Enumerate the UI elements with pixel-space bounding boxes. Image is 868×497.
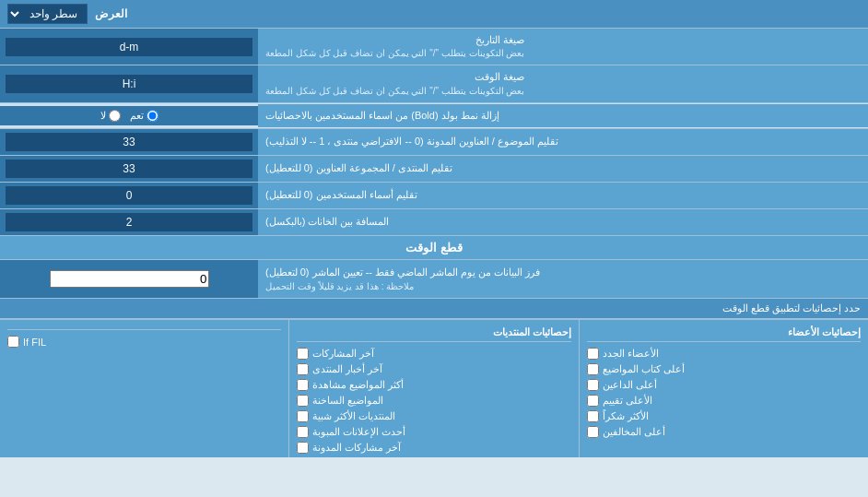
checkboxes-grid: إحصائيات الأعضاء الأعضاء الجدد أعلى كتاب…: [0, 319, 868, 457]
checkbox-item-blog-posts: آخر مشاركات المدونة: [297, 442, 570, 454]
remove-bold-no-radio[interactable]: [109, 110, 121, 122]
checkbox-item-most-viewed: أكثر المواضيع مشاهدة: [297, 379, 570, 391]
user-limit-input[interactable]: [6, 186, 252, 205]
checkbox-top-callers[interactable]: [587, 379, 599, 391]
checkbox-latest-classifieds[interactable]: [297, 426, 309, 438]
time-format-label: صيغة الوقت بعض التكوينات يتطلب "/" التي …: [258, 65, 868, 101]
checkbox-item-new-members: الأعضاء الجدد: [587, 348, 861, 360]
distance-label: المسافة بين الخانات (بالبكسل): [258, 209, 868, 235]
checkbox-item-most-thanks: الأكثر شكراً: [587, 410, 861, 422]
forum-limit-input-wrapper: [0, 156, 258, 182]
display-header-row: العرض سطر واحدسطرينثلاثة أسطر: [0, 0, 868, 29]
forum-limit-row: تقليم المنتدى / المجموعة العناوين (0 للت…: [0, 156, 868, 183]
checkbox-top-writers[interactable]: [587, 363, 599, 375]
col-extra-header: [7, 324, 281, 330]
time-format-row: صيغة الوقت بعض التكوينات يتطلب "/" التي …: [0, 65, 868, 102]
checkbox-item-last-posts: آخر المشاركات: [297, 348, 570, 360]
checkbox-blog-posts[interactable]: [297, 442, 309, 454]
col-divider-1: [579, 320, 580, 457]
checkbox-last-posts[interactable]: [297, 348, 309, 360]
checkbox-forum-news[interactable]: [297, 363, 309, 375]
checkbox-item-latest-classifieds: أحدث الإعلانات المبوبة: [297, 426, 570, 438]
col-members-header: إحصائيات الأعضاء: [587, 324, 861, 342]
display-dropdown[interactable]: سطر واحدسطرينثلاثة أسطر: [7, 4, 88, 24]
distance-input-wrapper: [0, 209, 258, 235]
forum-limit-input[interactable]: [6, 160, 252, 178]
time-cut-row: فرز البيانات من يوم الماشر الماضي فقط --…: [0, 260, 868, 300]
checkbox-top-rated[interactable]: [587, 395, 599, 407]
topic-limit-label: تقليم الموضوع / العناوين المدونة (0 -- ا…: [258, 129, 868, 155]
date-format-input-wrapper: [0, 29, 258, 65]
checkbox-col-members: إحصائيات الأعضاء الأعضاء الجدد أعلى كتاب…: [580, 320, 868, 457]
checkbox-top-violations[interactable]: [587, 426, 599, 438]
topic-limit-row: تقليم الموضوع / العناوين المدونة (0 -- ا…: [0, 129, 868, 156]
checkbox-most-viewed[interactable]: [297, 379, 309, 391]
distance-row: المسافة بين الخانات (بالبكسل): [0, 209, 868, 236]
topic-limit-input-wrapper: [0, 129, 258, 155]
time-format-input-wrapper: [0, 65, 258, 101]
checkbox-item-similar-forums: المنتديات الأكثر شبية: [297, 410, 570, 422]
checkbox-col-forums: إحصائيات المنتديات آخر المشاركات آخر أخب…: [289, 320, 578, 457]
checkbox-most-thanks[interactable]: [587, 410, 599, 422]
checkbox-new-members[interactable]: [587, 348, 599, 360]
col-divider-2: [288, 320, 289, 457]
forum-limit-label: تقليم المنتدى / المجموعة العناوين (0 للت…: [258, 156, 868, 182]
date-format-row: صيغة التاريخ بعض التكوينات يتطلب "/" الت…: [0, 29, 868, 65]
col-forums-header: إحصائيات المنتديات: [297, 324, 570, 342]
remove-bold-radio-cell: تعم لا: [0, 106, 258, 125]
date-format-input[interactable]: [6, 38, 252, 56]
distance-input[interactable]: [6, 213, 252, 231]
checkbox-hot-topics[interactable]: [297, 395, 309, 407]
checkbox-col-extra: If FIL: [0, 320, 288, 457]
checkbox-similar-forums[interactable]: [297, 410, 309, 422]
remove-bold-no-label[interactable]: لا: [100, 110, 121, 122]
remove-bold-row: إزالة نمط بولد (Bold) من اسماء المستخدمي…: [0, 103, 868, 129]
checkbox-item-forum-news: آخر أخبار المنتدى: [297, 363, 570, 375]
user-limit-label: تقليم أسماء المستخدمين (0 للتعطيل): [258, 183, 868, 208]
remove-bold-yes-radio[interactable]: [147, 110, 158, 122]
main-container: العرض سطر واحدسطرينثلاثة أسطر صيغة التار…: [0, 0, 868, 457]
time-cut-label: فرز البيانات من يوم الماشر الماضي فقط --…: [258, 260, 868, 299]
checkbox-item-top-writers: أعلى كتاب المواضيع: [587, 363, 861, 375]
time-cut-input-wrapper: [0, 260, 258, 299]
remove-bold-yes-label[interactable]: تعم: [130, 110, 158, 122]
time-cut-section-header: قطع الوقت: [0, 236, 868, 260]
checkbox-item-top-callers: أعلى الداعين: [587, 379, 861, 391]
checkbox-item-top-rated: الأعلى تقييم: [587, 395, 861, 407]
checkbox-item-hot-topics: المواضيع الساخنة: [297, 395, 570, 407]
date-format-label: صيغة التاريخ بعض التكوينات يتطلب "/" الت…: [258, 29, 868, 65]
user-limit-row: تقليم أسماء المستخدمين (0 للتعطيل): [0, 183, 868, 209]
checkbox-item-if-fil: If FIL: [7, 336, 281, 348]
checkbox-if-fil[interactable]: [7, 336, 19, 348]
remove-bold-label: إزالة نمط بولد (Bold) من اسماء المستخدمي…: [258, 104, 868, 127]
topic-limit-input[interactable]: [6, 133, 252, 151]
user-limit-input-wrapper: [0, 183, 258, 208]
time-format-input[interactable]: [6, 75, 252, 93]
checkboxes-limit-label: حدد إحصائيات لتطبيق قطع الوقت: [0, 299, 868, 319]
time-cut-input[interactable]: [50, 270, 209, 288]
display-header-label: العرض: [95, 7, 127, 20]
checkbox-item-top-violations: أعلى المخالفين: [587, 426, 861, 438]
